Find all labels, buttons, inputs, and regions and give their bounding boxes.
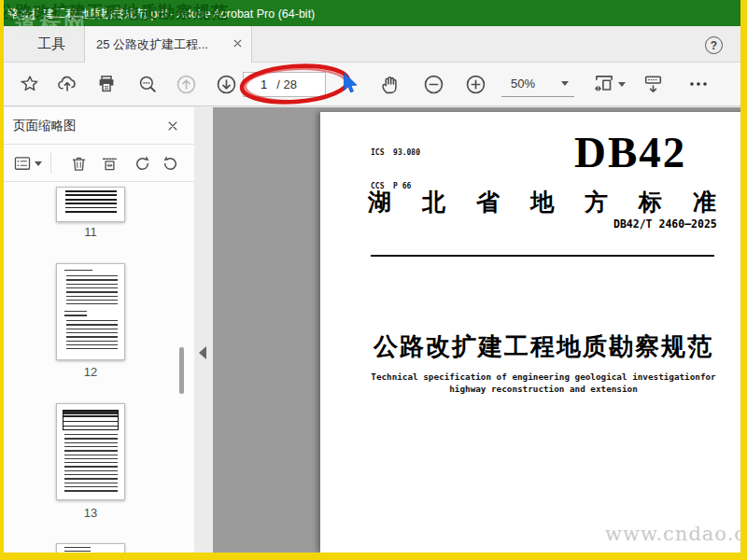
print-button[interactable]	[92, 69, 121, 99]
panel-toolbar-divider	[50, 153, 51, 174]
zoom-level-value: 50%	[511, 77, 535, 91]
panel-header: 页面缩略图	[4, 107, 194, 145]
zoom-out-button[interactable]	[418, 69, 448, 99]
titlebar: 路改扩建工程地质勘察规范.pdf - Adobe Acrobat Pro (64…	[0, 0, 747, 26]
thumbnails-panel: 页面缩略图	[4, 107, 194, 553]
thumbnail-page-14[interactable]	[56, 543, 125, 553]
thumbnail-page-12[interactable]	[56, 263, 125, 360]
tab-tools[interactable]: 工具	[19, 26, 84, 62]
page-current-value[interactable]: 1	[244, 77, 267, 91]
search-button[interactable]	[133, 69, 162, 99]
toolbar: 1 / 28 50%	[4, 63, 740, 106]
pdf-page: ICS 93.080 CCS P 66 DB42 湖北省地方标准 DB42/T …	[320, 112, 740, 553]
zoom-level-dropdown[interactable]: 50%	[501, 71, 574, 97]
standard-code: DB42	[574, 127, 686, 177]
tab-document-label: 25 公路改扩建工程...	[96, 36, 232, 53]
delete-pages-button[interactable]	[65, 150, 92, 176]
next-page-button[interactable]	[211, 69, 241, 99]
tab-bar: 工具 25 公路改扩建工程... ?	[4, 26, 740, 63]
titlebar-watermark-ghost: 公路改扩建工程地质勘察规范	[0, 1, 229, 23]
document-area[interactable]: ICS 93.080 CCS P 66 DB42 湖北省地方标准 DB42/T …	[213, 107, 740, 553]
tab-tools-label: 工具	[37, 35, 65, 53]
resize-pages-button[interactable]	[96, 150, 122, 176]
rotate-clockwise-button[interactable]	[157, 150, 183, 176]
share-upload-button[interactable]	[52, 69, 82, 99]
collapse-toolbar-button[interactable]	[638, 69, 668, 99]
ics-line: ICS 93.080	[371, 147, 420, 159]
window-border-right	[740, 0, 747, 560]
close-tab-icon[interactable]	[232, 37, 244, 52]
standard-name: 湖北省地方标准	[368, 187, 740, 217]
thumbnail-label: 13	[56, 506, 125, 520]
help-glyph: ?	[711, 39, 717, 52]
thumbnail-label: 11	[56, 225, 125, 239]
close-panel-icon[interactable]	[164, 118, 181, 134]
app-window: 路改扩建工程地质勘察规范.pdf - Adobe Acrobat Pro (64…	[0, 0, 747, 560]
previous-page-button[interactable]	[171, 69, 201, 99]
mouse-cursor	[343, 72, 359, 94]
thumbnail-page-11[interactable]	[56, 187, 125, 222]
window-border-left	[0, 0, 4, 560]
cover-rule-line	[371, 255, 714, 257]
collapse-panel-arrow[interactable]	[199, 346, 206, 359]
page-number-input[interactable]: 1 / 28	[243, 72, 326, 97]
cndao-watermark: www.cndao.com	[605, 523, 740, 545]
document-subtitle-en-line1: Technical specification of engineering g…	[320, 371, 740, 382]
chevron-down-icon	[561, 81, 569, 86]
hand-tool-button[interactable]	[375, 69, 405, 99]
window-border-bottom	[0, 553, 747, 560]
more-tools-button[interactable]	[684, 69, 713, 99]
standard-number: DB42/T 2460—2025	[613, 217, 717, 231]
panel-scrollbar-thumb[interactable]	[179, 347, 184, 394]
panel-toolbar	[4, 145, 194, 182]
tab-document[interactable]: 25 公路改扩建工程...	[84, 26, 252, 63]
document-title: 公路改扩建工程地质勘察规范	[320, 330, 740, 363]
rotate-counterclockwise-button[interactable]	[129, 150, 155, 176]
panel-gutter	[194, 107, 213, 553]
help-icon[interactable]: ?	[705, 36, 723, 54]
page-display-chevron-icon[interactable]	[618, 82, 626, 87]
panel-title: 页面缩略图	[13, 118, 77, 134]
page-total-label: / 28	[276, 77, 297, 91]
document-subtitle-en-line2: highway reconstruction and extension	[320, 384, 740, 394]
thumbnail-options-chevron-icon[interactable]	[35, 161, 42, 166]
page-display-button[interactable]	[589, 69, 619, 99]
thumbnail-label: 12	[56, 365, 125, 379]
thumbnail-options-button[interactable]	[9, 150, 35, 176]
zoom-in-button[interactable]	[460, 69, 490, 99]
thumbnail-page-13[interactable]	[56, 403, 125, 500]
favorites-star-button[interactable]	[15, 69, 45, 99]
